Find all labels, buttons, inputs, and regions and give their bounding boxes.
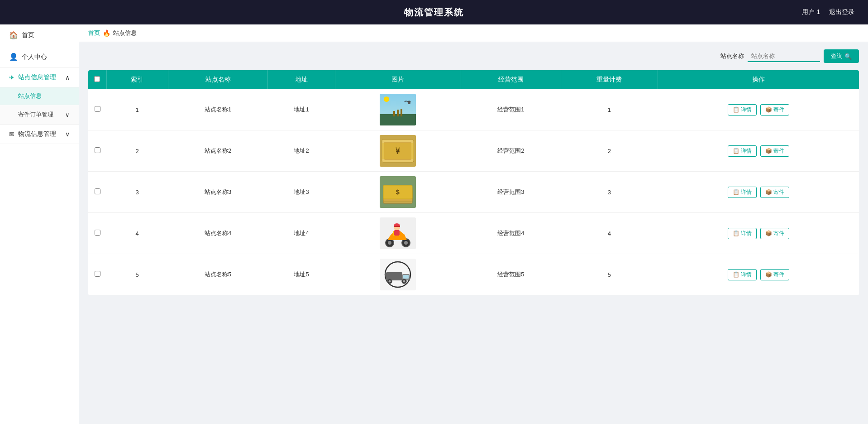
row-actions-4: 📋 详情 📦 寄件: [658, 254, 859, 295]
app-header: 物流管理系统 用户 1 退出登录: [0, 0, 868, 24]
svg-point-33: [389, 280, 391, 283]
row-address-1: 地址2: [268, 130, 335, 172]
detail-button-1[interactable]: 📋 详情: [728, 145, 757, 157]
sidebar-parcel-order-label: 寄件订单管理: [18, 111, 53, 119]
row-checkbox-4[interactable]: [88, 254, 106, 295]
search-button[interactable]: 查询 🔍: [824, 49, 859, 63]
row-index-3: 4: [106, 213, 168, 254]
svg-rect-5: [401, 109, 402, 116]
row-scope-4: 经营范围5: [461, 254, 561, 295]
row-actions-0: 📋 详情 📦 寄件: [658, 89, 859, 130]
sidebar-item-home[interactable]: 🏠 首页: [0, 24, 79, 46]
search-bar: 站点名称 查询 🔍: [88, 49, 859, 63]
main-layout: 🏠 首页 👤 个人中心 ✈ 站点信息管理 ∧ 站点信息 寄件订单管理 ∨: [0, 24, 868, 424]
table-header-row: 索引 站点名称 地址 图片 经营范围 重量计费 操作: [88, 70, 859, 89]
svg-rect-3: [393, 111, 395, 116]
svg-rect-4: [397, 110, 399, 116]
row-weight-4: 5: [561, 254, 658, 295]
header-user-area: 用户 1 退出登录: [802, 8, 854, 16]
row-scope-3: 经营范围4: [461, 213, 561, 254]
chevron-up-icon: ∧: [65, 74, 70, 81]
parcel-icon-4: 📦: [765, 271, 772, 278]
detail-icon-2: 📋: [733, 189, 739, 195]
main-content: 首页 🔥 站点信息 站点名称 查询 🔍: [79, 24, 868, 424]
table-row: 4 站点名称4 地址4 经营范围4 4 📋 详情: [88, 213, 859, 254]
parcel-button-1[interactable]: 📦 寄件: [760, 145, 789, 157]
row-image-4: [335, 254, 461, 295]
detail-button-4[interactable]: 📋 详情: [728, 269, 757, 280]
row-index-4: 5: [106, 254, 168, 295]
table-row: 5 站点名称5 地址5 经营范围5 5 📋 详情 📦: [88, 254, 859, 295]
row-actions-2: 📋 详情 📦 寄件: [658, 172, 859, 213]
chevron-down-icon: ∨: [65, 111, 70, 118]
parcel-icon-0: 📦: [765, 106, 772, 113]
col-actions: 操作: [658, 70, 859, 89]
sidebar-item-logistics-mgmt[interactable]: ✉ 物流信息管理 ∨: [0, 125, 79, 144]
row-image-thumb-4: [380, 259, 416, 290]
user-label: 用户 1: [802, 8, 820, 16]
data-table: 索引 站点名称 地址 图片 经营范围 重量计费 操作 1 站点名称1 地址1: [88, 70, 859, 295]
parcel-button-4[interactable]: 📦 寄件: [760, 269, 789, 280]
sidebar-item-station-mgmt[interactable]: ✈ 站点信息管理 ∧: [0, 68, 79, 87]
detail-icon-0: 📋: [733, 106, 739, 113]
sidebar-subitem-station-info[interactable]: 站点信息: [0, 87, 79, 105]
svg-point-7: [384, 96, 389, 102]
row-actions-1: 📋 详情 📦 寄件: [658, 130, 859, 172]
row-checkbox-1[interactable]: [88, 130, 106, 172]
row-name-4: 站点名称5: [168, 254, 268, 295]
row-index-1: 2: [106, 130, 168, 172]
row-image-thumb-3: [380, 217, 416, 249]
parcel-icon-1: 📦: [765, 148, 772, 154]
row-scope-1: 经营范围2: [461, 130, 561, 172]
sidebar-logistics-mgmt-label: 物流信息管理: [18, 130, 56, 138]
svg-rect-31: [403, 275, 409, 279]
parcel-button-0[interactable]: 📦 寄件: [760, 104, 789, 116]
col-weight: 重量计费: [561, 70, 658, 89]
row-weight-0: 1: [561, 89, 658, 130]
svg-point-35: [403, 280, 405, 283]
row-checkbox-3[interactable]: [88, 213, 106, 254]
sidebar-station-info-label: 站点信息: [18, 92, 42, 99]
row-weight-3: 4: [561, 213, 658, 254]
sidebar-station-submenu: 站点信息 寄件订单管理 ∨: [0, 87, 79, 125]
svg-text:$: $: [396, 188, 400, 196]
detail-button-2[interactable]: 📋 详情: [728, 187, 757, 198]
row-image-thumb-0: [380, 94, 416, 125]
detail-button-0[interactable]: 📋 详情: [728, 104, 757, 116]
breadcrumb-fire-icon: 🔥: [103, 29, 110, 37]
breadcrumb: 首页 🔥 站点信息: [79, 24, 868, 42]
col-index: 索引: [106, 70, 168, 89]
row-image-thumb-1: ¥ ¥: [380, 135, 416, 167]
row-checkbox-0[interactable]: [88, 89, 106, 130]
table-row: 1 站点名称1 地址1 经营范围1 1 📋 详情 📦: [88, 89, 859, 130]
row-image-3: [335, 213, 461, 254]
row-address-4: 地址5: [268, 254, 335, 295]
logout-button[interactable]: 退出登录: [829, 8, 854, 16]
plane-icon: ✈: [9, 74, 14, 81]
select-all-checkbox[interactable]: [94, 76, 100, 82]
detail-icon-4: 📋: [733, 271, 739, 278]
col-image: 图片: [335, 70, 461, 89]
svg-rect-26: [394, 230, 400, 236]
svg-point-6: [408, 101, 410, 104]
sidebar-home-label: 首页: [22, 31, 34, 39]
breadcrumb-home[interactable]: 首页: [88, 29, 100, 37]
row-checkbox-2[interactable]: [88, 172, 106, 213]
row-name-2: 站点名称3: [168, 172, 268, 213]
parcel-button-2[interactable]: 📦 寄件: [760, 187, 789, 198]
row-image-2: $: [335, 172, 461, 213]
col-name: 站点名称: [168, 70, 268, 89]
detail-icon-3: 📋: [733, 230, 739, 236]
row-weight-2: 3: [561, 172, 658, 213]
search-input[interactable]: [748, 51, 820, 62]
sidebar-item-profile[interactable]: 👤 个人中心: [0, 46, 79, 68]
sidebar: 🏠 首页 👤 个人中心 ✈ 站点信息管理 ∧ 站点信息 寄件订单管理 ∨: [0, 24, 79, 424]
page-content: 站点名称 查询 🔍 索引 站点名称: [79, 42, 868, 303]
sidebar-subitem-parcel-order[interactable]: 寄件订单管理 ∨: [0, 105, 79, 125]
person-icon: 👤: [9, 53, 18, 61]
parcel-button-3[interactable]: 📦 寄件: [760, 228, 789, 239]
detail-button-3[interactable]: 📋 详情: [728, 228, 757, 239]
row-index-2: 3: [106, 172, 168, 213]
row-scope-0: 经营范围1: [461, 89, 561, 130]
sidebar-station-mgmt-label: 站点信息管理: [18, 73, 56, 82]
